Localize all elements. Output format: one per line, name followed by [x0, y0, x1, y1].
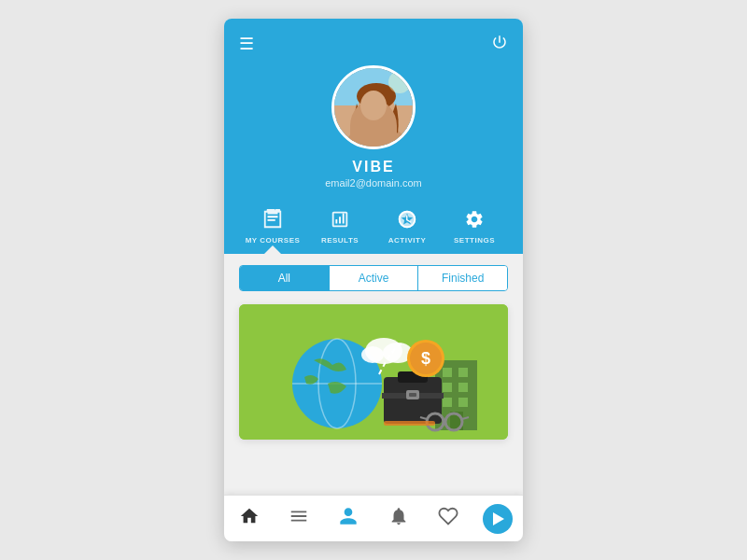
courses-label: MY COURSES: [246, 236, 301, 245]
hamburger-icon[interactable]: ☰: [239, 34, 254, 54]
avatar-image: [334, 68, 413, 147]
filter-all[interactable]: All: [240, 266, 330, 290]
svg-rect-21: [458, 383, 468, 392]
power-icon[interactable]: [491, 34, 508, 54]
filter-tabs: All Active Finished: [239, 265, 508, 291]
filter-finished[interactable]: Finished: [418, 266, 507, 290]
header: ☰: [224, 19, 523, 254]
avatar: [331, 65, 416, 149]
user-email: email2@domain.com: [325, 177, 422, 189]
courses-icon: [262, 209, 283, 232]
tab-results[interactable]: RESULTS: [306, 202, 374, 254]
header-top: ☰: [239, 34, 508, 54]
nav-profile[interactable]: [330, 500, 367, 538]
bottom-nav: [224, 495, 523, 541]
course-card[interactable]: $: [239, 304, 508, 440]
svg-rect-25: [384, 377, 442, 424]
home-icon: [239, 506, 260, 531]
svg-point-9: [388, 71, 411, 93]
nav-tabs: MY COURSES RESULTS ACTIV: [239, 202, 508, 254]
heart-icon: [438, 506, 458, 531]
activity-icon: [397, 209, 417, 232]
bell-icon: [388, 506, 409, 531]
activity-label: ACTIVITY: [388, 236, 426, 245]
svg-rect-19: [458, 368, 468, 377]
svg-rect-29: [409, 393, 416, 397]
svg-rect-20: [443, 383, 452, 392]
tab-courses[interactable]: MY COURSES: [239, 202, 306, 254]
svg-rect-5: [378, 105, 389, 111]
nav-home[interactable]: [231, 500, 268, 538]
user-name: VIBE: [352, 159, 394, 175]
svg-rect-22: [443, 398, 452, 407]
course-image: $: [239, 304, 508, 440]
svg-text:$: $: [421, 349, 430, 368]
menu-icon: [289, 506, 309, 531]
settings-icon: [464, 209, 485, 232]
nav-favorites[interactable]: [430, 500, 467, 538]
results-icon: [330, 209, 350, 232]
svg-line-7: [362, 105, 364, 107]
tab-settings[interactable]: SETTINGS: [441, 202, 508, 254]
svg-rect-23: [458, 398, 468, 407]
settings-label: SETTINGS: [454, 236, 495, 245]
svg-rect-38: [384, 421, 435, 426]
profile-icon: [336, 504, 360, 533]
phone-container: ☰: [224, 19, 523, 541]
content-area: All Active Finished: [224, 254, 523, 495]
tab-activity[interactable]: ACTIVITY: [374, 202, 441, 254]
results-label: RESULTS: [321, 236, 359, 245]
svg-rect-4: [364, 105, 375, 111]
svg-rect-18: [443, 368, 452, 377]
play-button[interactable]: [483, 504, 513, 534]
svg-point-16: [361, 346, 384, 363]
nav-play[interactable]: [479, 500, 516, 538]
nav-menu[interactable]: [280, 500, 317, 538]
filter-active[interactable]: Active: [330, 266, 419, 290]
nav-notifications[interactable]: [380, 500, 417, 538]
